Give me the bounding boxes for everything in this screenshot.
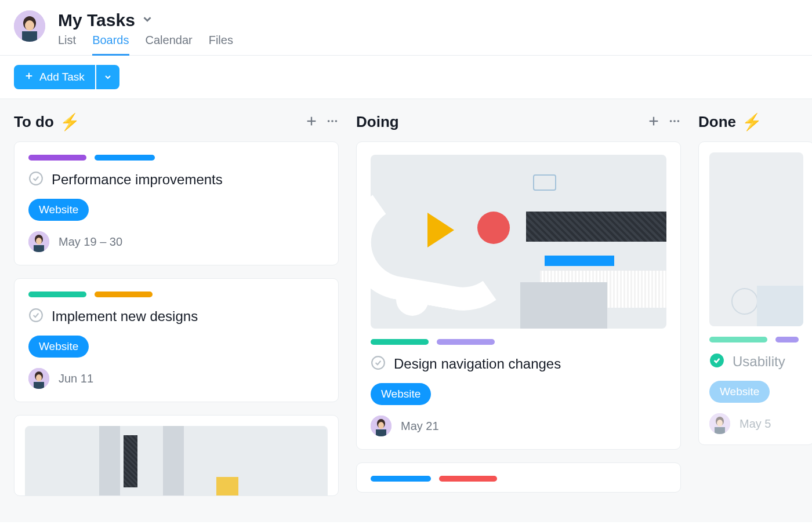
task-tag[interactable]: Website (28, 199, 89, 221)
bolt-icon: ⚡ (742, 114, 762, 130)
svg-point-9 (331, 120, 334, 122)
plus-icon (24, 71, 34, 83)
svg-point-26 (372, 356, 385, 369)
column-title-label: Done (698, 113, 736, 131)
assignee-avatar[interactable] (28, 231, 49, 252)
svg-point-11 (30, 172, 42, 185)
svg-point-10 (335, 120, 338, 122)
task-card[interactable]: Usability Website May 5 (698, 141, 812, 445)
project-pill (371, 476, 431, 482)
task-thumbnail (709, 152, 803, 326)
task-date: May 21 (401, 420, 439, 433)
tab-list[interactable]: List (58, 34, 76, 55)
column-todo: To do ⚡ Performance improv (14, 113, 339, 522)
svg-rect-30 (376, 429, 386, 436)
page-title: My Tasks (58, 10, 135, 30)
check-circle-icon[interactable] (28, 308, 44, 325)
project-pill (709, 337, 767, 342)
check-circle-icon[interactable] (371, 355, 386, 373)
assignee-avatar[interactable] (28, 368, 49, 389)
column-more-icon[interactable] (668, 115, 681, 130)
column-title-label: To do (14, 113, 54, 131)
svg-point-24 (673, 120, 676, 122)
task-thumbnail (25, 426, 328, 495)
assignee-avatar[interactable] (709, 413, 730, 434)
task-title: Performance improvements (52, 172, 223, 188)
svg-point-19 (36, 374, 42, 381)
task-date: May 19 – 30 (59, 235, 122, 249)
svg-rect-35 (715, 427, 725, 434)
svg-rect-15 (34, 245, 44, 252)
task-tag[interactable]: Website (28, 336, 89, 358)
task-card[interactable] (356, 462, 681, 493)
chevron-down-icon[interactable] (141, 13, 154, 28)
svg-rect-20 (34, 382, 44, 389)
task-title: Design navigation changes (394, 356, 561, 372)
add-task-label: Add Task (39, 71, 85, 83)
column-add-icon[interactable] (647, 115, 660, 130)
svg-rect-3 (22, 31, 37, 42)
svg-point-16 (30, 309, 42, 322)
board: To do ⚡ Performance improv (0, 99, 812, 522)
task-date: Jun 11 (59, 372, 93, 385)
svg-point-29 (378, 422, 384, 429)
svg-point-25 (677, 120, 680, 122)
svg-point-34 (717, 420, 723, 427)
task-title: Usability (733, 354, 785, 370)
project-pill (775, 337, 799, 342)
task-card[interactable] (14, 415, 339, 496)
column-add-icon[interactable] (305, 115, 318, 130)
toolbar: Add Task (0, 56, 812, 99)
task-date: May 5 (740, 417, 771, 431)
task-title: Implement new designs (52, 308, 198, 325)
project-pill (371, 339, 429, 345)
svg-point-2 (25, 20, 34, 31)
task-tag[interactable]: Website (371, 383, 431, 405)
check-circle-icon[interactable] (28, 171, 44, 188)
task-card[interactable]: Design navigation changes Website May 21 (356, 141, 681, 450)
task-tag[interactable]: Website (709, 381, 770, 403)
assignee-avatar[interactable] (371, 416, 392, 436)
project-pill (437, 339, 495, 345)
tabs: List Boards Calendar Files (58, 34, 233, 55)
user-avatar[interactable] (14, 10, 45, 42)
bolt-icon: ⚡ (60, 114, 80, 130)
task-card[interactable]: Implement new designs Website Jun 11 (14, 278, 339, 402)
add-task-button[interactable]: Add Task (14, 65, 95, 89)
project-pill (95, 155, 155, 161)
tab-calendar[interactable]: Calendar (146, 34, 193, 55)
tab-boards[interactable]: Boards (92, 34, 129, 55)
task-thumbnail (371, 155, 666, 329)
column-doing: Doing (356, 113, 681, 522)
check-circle-icon[interactable] (709, 353, 724, 370)
add-task-split-button[interactable] (96, 65, 119, 89)
task-card[interactable]: Performance improvements Website May 19 … (14, 141, 339, 265)
svg-point-23 (670, 120, 672, 122)
project-pill (28, 291, 86, 297)
tab-files[interactable]: Files (209, 34, 233, 55)
svg-point-14 (36, 238, 42, 245)
project-pill (439, 476, 497, 482)
project-pill (28, 155, 86, 161)
svg-point-8 (328, 120, 330, 122)
column-more-icon[interactable] (326, 115, 339, 130)
column-title-label: Doing (356, 113, 399, 131)
project-pill (95, 291, 153, 297)
header: My Tasks List Boards Calendar Files (0, 0, 812, 56)
column-done: Done ⚡ Usability Website May (698, 113, 812, 522)
